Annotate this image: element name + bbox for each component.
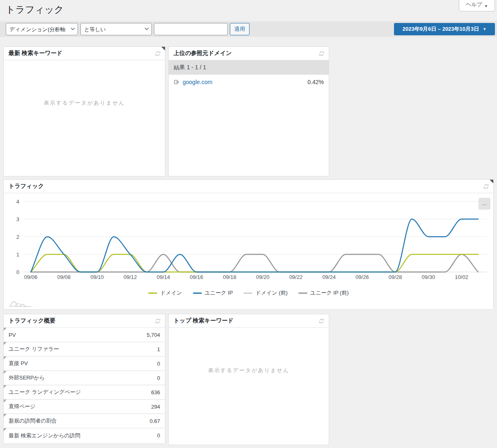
x-axis-tick-label: 09/24 [322,274,336,280]
panel-top-keywords: トップ 検索キーワード 表示するデータがありません [168,314,329,445]
summary-metric-value: 0 [157,361,160,367]
legend-label: ドメイン (前) [255,289,288,297]
legend-item[interactable]: ユニーク IP [193,289,233,297]
x-axis-tick-label: 09/30 [422,274,435,280]
x-axis-tick-label: 09/08 [57,274,71,280]
page-title: トラフィック [6,3,64,16]
summary-metric-label: 外部SERPから [9,374,45,382]
referrer-share: 0.42% [307,79,324,85]
chart-series-1 [31,254,478,272]
legend-item[interactable]: ドメイン [148,289,182,297]
y-axis-tick-label: 2 [16,234,19,240]
x-axis-tick-label: 10/02 [455,274,468,280]
panel-traffic-chart: トラフィック 0123409/0609/0809/1009/1209/1409/… [3,179,494,310]
empty-state-text: 表示するデータがありません [4,60,165,107]
chart-legend: ドメインユニーク IPドメイン (前)ユニーク IP (前) [4,289,493,297]
summary-row: ユニーク リファラー1 [4,342,165,357]
summary-metric-label: 直帰ページ [9,403,36,410]
panel-header: 最新 検索キーワード [4,47,165,60]
summary-metric-value: 0 [157,375,160,381]
referrer-link[interactable]: google.com [183,79,212,85]
filter-bar: ディメンション(分析軸 と等しい 適用 2023年9月6日 – 2023年10月… [0,21,497,37]
legend-marker [243,293,252,294]
caret-down-icon: ▼ [483,27,486,31]
panel-title: トップ 検索キーワード [174,317,234,325]
panel-top-referrers: 上位の参照元ドメイン 結果 1 - 1 / 1 google.com0.42% [168,46,329,176]
panel-header: トラフィック [4,180,493,193]
x-axis-tick-label: 09/22 [289,274,303,280]
row-fold-icon [4,342,7,345]
chart-gridlines: 01234 [16,199,487,275]
legend-item[interactable]: ドメイン (前) [243,289,288,297]
summary-table: PV5,704ユニーク リファラー1直接 PV0外部SERPから0ユニーク ラン… [4,328,165,443]
panel-title: トラフィック概要 [9,317,55,325]
summary-row: 最新 検索エンジンからの訪問0 [4,428,165,443]
summary-metric-label: ユニーク リファラー [9,345,59,353]
sparkline-icon [8,298,33,308]
x-axis-tick-label: 09/26 [355,274,369,280]
x-axis-tick-label: 09/18 [223,274,236,280]
empty-state-text: 表示するデータがありません [169,328,329,374]
summary-row: 直帰ページ294 [4,400,165,414]
summary-metric-label: 直接 PV [9,360,28,367]
summary-row: ユニーク ランディングページ636 [4,385,165,400]
legend-label: ユニーク IP [205,289,233,297]
x-axis-tick-label: 09/06 [24,274,38,280]
panel-header: トップ 検索キーワード [169,314,329,328]
summary-metric-value: 5,704 [147,332,160,338]
chart-series-3 [31,254,478,272]
summary-metric-label: PV [9,332,16,338]
summary-metric-value: 294 [151,404,160,410]
chart-series-2 [31,219,478,272]
summary-metric-label: 新規の訪問者の割合 [9,417,57,425]
dimension-select[interactable]: ディメンション(分析軸 [6,23,78,35]
help-button-label: ヘルプ [466,1,482,8]
refresh-icon[interactable] [483,183,489,190]
legend-marker [298,293,307,294]
filter-value-input[interactable] [154,23,228,35]
row-fold-icon [4,385,7,388]
chart-x-axis-labels: 09/0609/0809/1009/1209/1409/1609/1809/20… [24,274,468,280]
summary-metric-value: 636 [151,389,160,395]
summary-metric-value: 0.67 [150,418,160,424]
traffic-line-chart: 0123409/0609/0809/1009/1209/1409/1609/18… [4,193,493,282]
date-range-label: 2023年9月6日 – 2023年10月3日 [403,25,479,33]
y-axis-tick-label: 4 [16,199,19,205]
date-range-button[interactable]: 2023年9月6日 – 2023年10月3日 ▼ [394,23,495,35]
row-fold-icon [4,400,7,402]
legend-item[interactable]: ユニーク IP (前) [298,289,349,297]
summary-row: 外部SERPから0 [4,371,165,385]
summary-metric-value: 1 [157,346,160,352]
refresh-icon[interactable] [155,318,161,324]
summary-metric-label: 最新 検索エンジンからの訪問 [9,432,80,439]
referrer-list: google.com0.42% [169,75,329,89]
help-button[interactable]: ヘルプ ▼ [459,0,495,11]
more-options-button[interactable]: ... [479,198,490,210]
legend-label: ユニーク IP (前) [310,289,349,297]
y-axis-tick-label: 0 [16,269,19,275]
panel-traffic-summary: トラフィック概要 PV5,704ユニーク リファラー1直接 PV0外部SERPか… [3,314,165,444]
apply-button[interactable]: 適用 [230,23,250,35]
panel-title: 最新 検索キーワード [9,50,62,57]
panel-header: トラフィック概要 [4,314,165,328]
legend-marker [148,293,157,294]
refresh-icon[interactable] [155,50,161,57]
x-axis-tick-label: 09/12 [124,274,137,280]
results-count: 結果 1 - 1 / 1 [169,60,329,75]
summary-metric-label: ユニーク ランディングページ [9,389,81,396]
legend-label: ドメイン [160,289,182,297]
operator-select[interactable]: と等しい [80,23,152,35]
row-fold-icon [4,371,7,374]
panel-header: 上位の参照元ドメイン [169,47,329,60]
row-fold-icon [4,428,7,431]
refresh-icon[interactable] [318,50,325,57]
refresh-icon[interactable] [318,318,325,324]
caret-down-icon: ▼ [484,4,488,8]
row-fold-icon [4,328,7,331]
panel-latest-keywords: 最新 検索キーワード 表示するデータがありません [3,46,165,176]
y-axis-tick-label: 3 [16,216,19,222]
x-axis-tick-label: 09/20 [256,274,270,280]
x-axis-tick-label: 09/10 [90,274,104,280]
summary-row: 直接 PV0 [4,357,165,371]
row-fold-icon [4,357,7,359]
